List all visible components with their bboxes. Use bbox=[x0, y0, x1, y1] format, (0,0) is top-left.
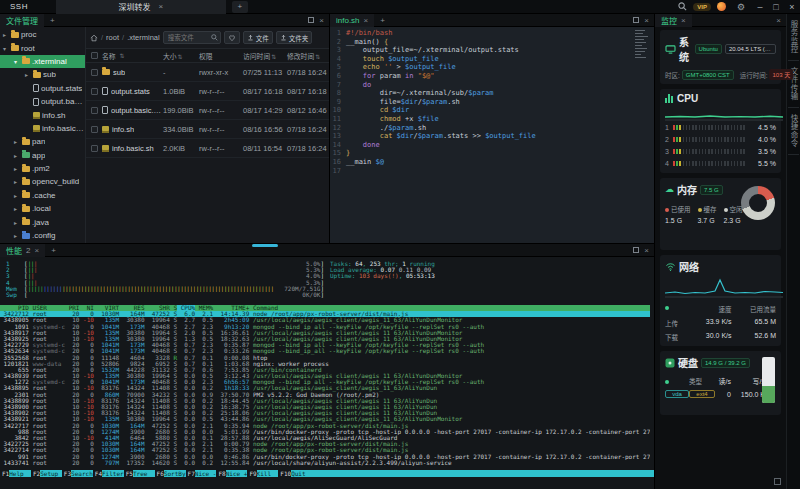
new-terminal-tab-button[interactable]: + bbox=[45, 246, 62, 255]
tree-item-root[interactable]: ▾root bbox=[0, 41, 85, 54]
header-size[interactable]: 大小⇅ bbox=[163, 51, 199, 61]
header-atime[interactable]: 访问时间⇅ bbox=[243, 51, 287, 61]
upload-folder-button[interactable]: 文件夹 bbox=[276, 31, 313, 44]
fkey-F2[interactable]: F2 bbox=[31, 470, 40, 477]
tree-item-info.basic.sh[interactable]: info.basic.sh bbox=[0, 122, 85, 135]
tree-item-pan[interactable]: ▸pan bbox=[0, 135, 85, 148]
new-editor-tab-button[interactable]: + bbox=[374, 16, 391, 25]
expand-panel-icon[interactable] bbox=[633, 247, 639, 253]
vip-badge[interactable]: VIP bbox=[693, 3, 711, 11]
header-mtime[interactable]: 修改时间⇅ bbox=[287, 51, 329, 61]
file-row-sub[interactable]: sub-rwxr-xr-x07/25 11:1307/18 16:24 bbox=[86, 63, 329, 82]
fkey-label-F2[interactable]: Setup bbox=[40, 470, 62, 477]
fkey-label-F9[interactable]: Kill bbox=[257, 470, 279, 477]
tree-item-.config[interactable]: ▸.config bbox=[0, 229, 85, 242]
home-icon[interactable] bbox=[90, 34, 98, 42]
chevron-icon[interactable]: ▸ bbox=[14, 152, 20, 159]
header-name[interactable]: 名称⇅ bbox=[102, 51, 163, 61]
tree-item-opencv_build[interactable]: ▸opencv_build bbox=[0, 175, 85, 188]
favorite-button[interactable] bbox=[224, 31, 240, 44]
dock-tab-快捷命令[interactable]: 快捷命令 bbox=[788, 114, 799, 155]
chevron-icon[interactable]: ▾ bbox=[14, 58, 20, 65]
tab-monitor[interactable]: 监控 × bbox=[655, 14, 692, 27]
fkey-label-F7[interactable]: Nice - bbox=[195, 470, 217, 477]
upload-file-button[interactable]: 文件 bbox=[243, 31, 273, 44]
fkey-label-F8[interactable]: Nice + bbox=[226, 470, 248, 477]
file-row-output.basic.stats[interactable]: output.basic.stats199.0BiBrw-r--r--08/17… bbox=[86, 101, 329, 120]
search-icon[interactable] bbox=[675, 1, 689, 13]
fkey-F4[interactable]: F4 bbox=[93, 470, 102, 477]
tree-item-output.basic.stats[interactable]: output.basic.stats bbox=[0, 95, 85, 108]
close-panel-icon[interactable]: × bbox=[319, 16, 324, 25]
tab-performance[interactable]: 性能 2 × bbox=[0, 244, 45, 257]
close-session-icon[interactable]: × bbox=[159, 2, 164, 11]
sort-column-header[interactable]: CPU% bbox=[177, 305, 195, 311]
file-row-info.basic.sh[interactable]: info.basic.sh2.0KiBrw-r--r--08/11 16:540… bbox=[86, 139, 329, 158]
fkey-F3[interactable]: F3 bbox=[62, 470, 71, 477]
tree-item-app[interactable]: ▸app bbox=[0, 149, 85, 162]
fkey-F5[interactable]: F5 bbox=[124, 470, 133, 477]
chevron-icon[interactable]: ▸ bbox=[14, 138, 20, 145]
chevron-icon[interactable]: ▸ bbox=[3, 31, 9, 38]
chevron-icon[interactable]: ▸ bbox=[14, 178, 20, 185]
breadcrumb-xterminal[interactable]: .xterminal bbox=[127, 33, 160, 42]
chevron-icon[interactable]: ▸ bbox=[14, 192, 20, 199]
row-checkbox[interactable] bbox=[91, 69, 98, 76]
file-row-output.stats[interactable]: output.stats1.0BiBrw-r--r--08/17 16:1808… bbox=[86, 82, 329, 101]
tree-item-proc[interactable]: ▸proc bbox=[0, 28, 85, 41]
close-editor-icon[interactable]: × bbox=[644, 16, 649, 25]
tree-item-sub[interactable]: ▸sub bbox=[0, 68, 85, 81]
tab-file-manager[interactable]: 文件管理 bbox=[0, 14, 44, 27]
chevron-icon[interactable]: ▸ bbox=[14, 219, 20, 226]
tab-info-sh[interactable]: info.sh × bbox=[330, 14, 374, 27]
search-input[interactable] bbox=[166, 33, 209, 42]
split-editor-icon[interactable] bbox=[633, 17, 639, 23]
fkey-label-F3[interactable]: Search bbox=[71, 470, 93, 477]
fkey-F1[interactable]: F1 bbox=[0, 470, 9, 477]
gear-icon[interactable]: ⚙ bbox=[734, 1, 748, 13]
dock-tab-服务监控[interactable]: 服务监控 bbox=[788, 20, 799, 61]
tree-item-.local[interactable]: ▸.local bbox=[0, 202, 85, 215]
session-tab[interactable]: 深圳转发 × bbox=[56, 0, 226, 14]
expand-panel-icon[interactable] bbox=[308, 17, 314, 23]
row-checkbox[interactable] bbox=[91, 107, 98, 114]
tree-item-.xterminal[interactable]: ▾.xterminal bbox=[0, 55, 85, 68]
fkey-F7[interactable]: F7 bbox=[186, 470, 195, 477]
select-all-checkbox[interactable] bbox=[91, 52, 98, 59]
header-perm[interactable]: 权限 bbox=[199, 51, 243, 61]
fkey-F9[interactable]: F9 bbox=[247, 470, 256, 477]
htop-terminal[interactable]: 1[|||5.0%]2[|||5.3%]3[||4.0%]4[|||5.3%]M… bbox=[0, 257, 654, 489]
chevron-icon[interactable]: ▸ bbox=[14, 232, 20, 239]
breadcrumb-root[interactable]: root bbox=[106, 33, 119, 42]
htop-process-row-1433741[interactable]: 1433741 root 20 0 797M 17352 14620 S 0.0… bbox=[0, 460, 650, 466]
fkey-label-F10[interactable]: Quit bbox=[291, 470, 313, 477]
close-panel-icon[interactable]: × bbox=[644, 246, 649, 255]
file-row-info.sh[interactable]: info.sh334.0BiBrw-r--r--08/16 16:5607/18… bbox=[86, 120, 329, 139]
tree-item-output.stats[interactable]: output.stats bbox=[0, 82, 85, 95]
tree-item-.java[interactable]: ▸.java bbox=[0, 215, 85, 228]
row-checkbox[interactable] bbox=[91, 88, 98, 95]
fkey-label-F6[interactable]: SortBy bbox=[164, 470, 186, 477]
close-tab-icon[interactable]: × bbox=[364, 16, 369, 25]
row-checkbox[interactable] bbox=[91, 145, 98, 152]
search-icon[interactable] bbox=[211, 34, 218, 41]
tree-item-.cache[interactable]: ▸.cache bbox=[0, 189, 85, 202]
minimize-button[interactable]: – bbox=[752, 2, 768, 12]
avatar[interactable] bbox=[717, 2, 726, 11]
chevron-icon[interactable]: ▸ bbox=[14, 165, 20, 172]
row-checkbox[interactable] bbox=[91, 126, 98, 133]
fkey-label-F1[interactable]: Help bbox=[9, 470, 31, 477]
fkey-label-F5[interactable]: Tree bbox=[133, 470, 155, 477]
tree-item-info.sh[interactable]: info.sh bbox=[0, 108, 85, 121]
close-panel-icon[interactable]: × bbox=[776, 16, 781, 25]
tree-item-.pm2[interactable]: ▸.pm2 bbox=[0, 162, 85, 175]
collapse-panel-icon[interactable] bbox=[774, 478, 781, 485]
resize-handle[interactable] bbox=[252, 244, 278, 247]
fkey-F10[interactable]: F10 bbox=[278, 470, 291, 477]
close-window-button[interactable]: × bbox=[784, 2, 800, 12]
maximize-button[interactable]: □ bbox=[768, 2, 784, 12]
new-session-button[interactable]: + bbox=[232, 1, 248, 13]
code-editor[interactable]: 1#!/bin/bash2__main() {3 output_file=~/.… bbox=[330, 27, 654, 243]
close-tab-icon[interactable]: × bbox=[34, 246, 39, 255]
chevron-icon[interactable]: ▸ bbox=[25, 71, 31, 78]
